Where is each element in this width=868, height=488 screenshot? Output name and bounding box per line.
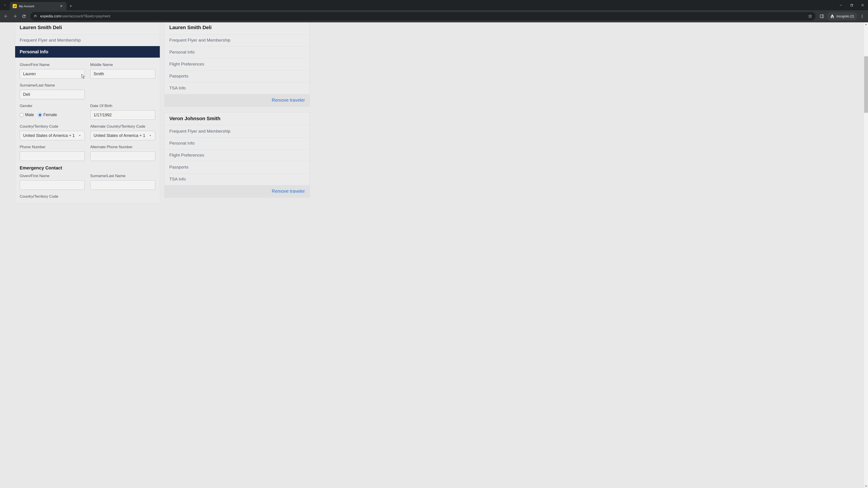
personal-info-form: Given/First Name Middle Name Surname/Las…: [15, 58, 160, 203]
traveler-card-item[interactable]: Frequent Flyer and Membership: [165, 125, 309, 137]
traveler-card-title: Lauren Smith Deli: [165, 22, 309, 34]
alt-phone-input[interactable]: [90, 151, 155, 161]
traveler-card-item[interactable]: Passports: [165, 161, 309, 173]
incognito-label: Incognito (2): [836, 14, 854, 18]
traveler-card-title: Veron Johnson Smith: [165, 112, 309, 125]
incognito-icon: [830, 14, 835, 19]
dob-label: Date Of Birth: [90, 104, 155, 108]
em-first-label: Given/First Name: [20, 174, 85, 178]
window-controls: [835, 0, 868, 10]
gender-female-label: Female: [43, 112, 57, 117]
country-code-label: Country/Territory Code: [20, 124, 85, 129]
bookmark-button[interactable]: [808, 14, 812, 19]
dob-input[interactable]: [90, 110, 155, 120]
gender-male-option[interactable]: Male: [20, 112, 34, 117]
chevron-down-icon: [3, 4, 6, 7]
browser-tab-strip: My Account ✕ +: [0, 0, 868, 10]
traveler-card-1: Veron Johnson Smith Frequent Flyer and M…: [164, 112, 310, 198]
svg-point-4: [862, 16, 863, 17]
maximize-button[interactable]: [846, 0, 857, 10]
forward-button[interactable]: [11, 12, 19, 20]
traveler-card-item[interactable]: Passports: [165, 70, 309, 82]
alt-country-code-label: Alternate Country/Territory Code: [90, 124, 155, 129]
svg-rect-1: [850, 4, 852, 6]
url-field[interactable]: expedia.com/user/account/?&selc=payment: [30, 12, 815, 21]
svg-point-3: [862, 15, 863, 15]
tab-search-dropdown[interactable]: [0, 0, 10, 10]
last-name-input[interactable]: [20, 90, 85, 99]
svg-point-5: [862, 17, 863, 18]
tab-close-button[interactable]: ✕: [59, 4, 64, 8]
svg-rect-2: [820, 15, 824, 18]
browser-tab[interactable]: My Account ✕: [10, 2, 66, 10]
middle-name-input[interactable]: [90, 69, 155, 78]
url-text: expedia.com/user/account/?&selc=payment: [40, 14, 805, 18]
traveler-name-header: Lauren Smith Deli: [15, 22, 160, 34]
em-country-label: Country/Territory Code: [20, 194, 85, 199]
minimize-button[interactable]: [835, 0, 846, 10]
traveler-card-item[interactable]: TSA Info: [165, 82, 309, 94]
url-domain: expedia.com: [40, 14, 61, 18]
traveler-card-item[interactable]: Frequent Flyer and Membership: [165, 34, 309, 46]
scroll-thumb[interactable]: [864, 56, 868, 113]
traveler-card-item[interactable]: Personal Info: [165, 46, 309, 58]
back-button[interactable]: [2, 12, 10, 20]
tab-title: My Account: [19, 4, 59, 8]
tune-icon: [33, 14, 37, 18]
gender-female-radio[interactable]: [38, 113, 42, 117]
emergency-contact-heading: Emergency Contact: [20, 165, 155, 170]
country-code-select[interactable]: [20, 131, 85, 140]
close-window-button[interactable]: [857, 0, 868, 10]
phone-input[interactable]: [20, 151, 85, 161]
section-personal-info-active[interactable]: Personal Info: [15, 46, 160, 58]
em-first-input[interactable]: [20, 180, 85, 190]
vertical-scrollbar[interactable]: ▲ ▼: [864, 22, 868, 488]
traveler-card-item[interactable]: Personal Info: [165, 137, 309, 149]
incognito-badge[interactable]: Incognito (2): [827, 12, 857, 20]
phone-label: Phone Number: [20, 145, 85, 149]
gender-female-option[interactable]: Female: [38, 112, 57, 117]
expedia-favicon-icon: [13, 4, 17, 8]
remove-traveler-link[interactable]: Remove traveler: [272, 98, 305, 103]
traveler-card-item[interactable]: Flight Preferences: [165, 149, 309, 161]
browser-menu-button[interactable]: [858, 12, 866, 20]
em-last-label: Surname/Last Name: [90, 174, 155, 178]
section-frequent-flyer[interactable]: Frequent Flyer and Membership: [15, 34, 160, 46]
gender-male-label: Male: [25, 112, 34, 117]
url-path: /user/account/?&selc=payment: [61, 14, 110, 18]
alt-country-code-select[interactable]: [90, 131, 155, 140]
alt-phone-label: Alternate Phone Number: [90, 145, 155, 149]
side-panel-button[interactable]: [818, 12, 826, 20]
site-info-button[interactable]: [33, 14, 37, 18]
traveler-card-item[interactable]: Flight Preferences: [165, 58, 309, 70]
gender-male-radio[interactable]: [20, 113, 24, 117]
gender-label: Gender: [20, 104, 85, 108]
traveler-card-0: Lauren Smith Deli Frequent Flyer and Mem…: [164, 22, 310, 107]
new-tab-button[interactable]: +: [66, 2, 75, 10]
scroll-down-button[interactable]: ▼: [864, 484, 868, 488]
scroll-up-button[interactable]: ▲: [864, 22, 868, 26]
address-bar: expedia.com/user/account/?&selc=payment …: [0, 10, 868, 22]
middle-name-label: Middle Name: [90, 63, 155, 67]
first-name-label: Given/First Name: [20, 63, 85, 67]
page-viewport: Lauren Smith Deli Frequent Flyer and Mem…: [0, 22, 868, 488]
traveler-card-item[interactable]: TSA Info: [165, 173, 309, 185]
first-name-input[interactable]: [20, 69, 85, 78]
em-last-input[interactable]: [90, 180, 155, 190]
last-name-label: Surname/Last Name: [20, 83, 85, 88]
remove-traveler-link[interactable]: Remove traveler: [272, 189, 305, 194]
traveler-edit-panel: Lauren Smith Deli Frequent Flyer and Mem…: [15, 22, 160, 203]
reload-button[interactable]: [20, 12, 28, 20]
